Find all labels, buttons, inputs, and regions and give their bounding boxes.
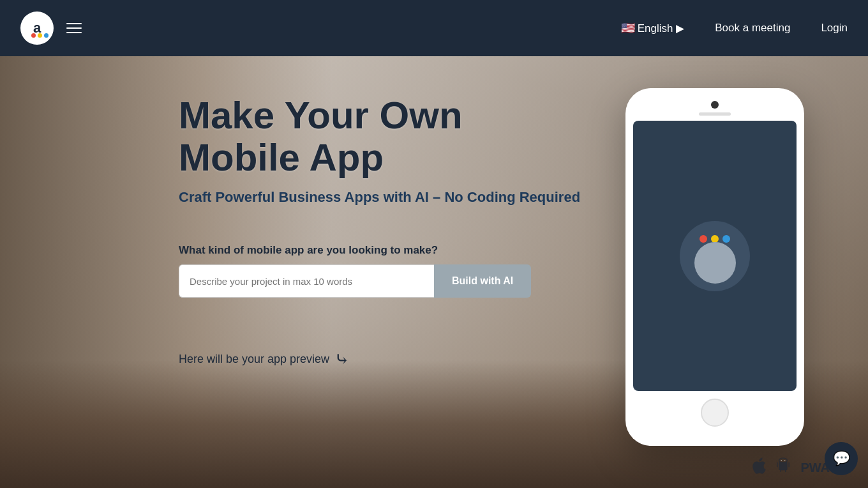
hero-text: Make Your Own Mobile App Craft Powerful … — [0, 95, 625, 370]
phone-camera — [711, 101, 719, 109]
project-description-input[interactable] — [179, 264, 434, 298]
hero-section: Make Your Own Mobile App Craft Powerful … — [0, 0, 868, 488]
dot-yellow — [711, 235, 719, 243]
preview-hint: Here will be your app preview ⤷ — [179, 349, 587, 370]
phone-mockup — [625, 88, 804, 446]
build-with-ai-button[interactable]: Build with AI — [434, 264, 531, 298]
dot-red — [700, 235, 707, 243]
hamburger-line-2 — [66, 27, 82, 29]
hero-subtitle: Craft Powerful Business Apps with AI – N… — [179, 189, 587, 206]
build-form: Build with AI — [179, 264, 587, 298]
app-icon-face — [694, 242, 736, 284]
login-link[interactable]: Login — [821, 22, 848, 34]
language-selector[interactable]: 🇺🇸 English ▶ — [621, 21, 684, 35]
phone-notch — [633, 101, 797, 116]
phone-home-button[interactable] — [701, 399, 729, 427]
hero-content: Make Your Own Mobile App Craft Powerful … — [0, 56, 868, 488]
flag-icon: 🇺🇸 — [621, 21, 635, 35]
chat-icon: 💬 — [833, 450, 850, 467]
phone-preview — [625, 88, 830, 446]
app-icon-dots — [700, 235, 730, 243]
form-label: What kind of mobile app are you looking … — [179, 244, 587, 257]
svg-point-0 — [779, 458, 788, 462]
arrow-icon: ⤷ — [334, 349, 349, 370]
hamburger-menu[interactable] — [66, 23, 82, 33]
apple-icon — [752, 457, 766, 478]
chat-bubble[interactable]: 💬 — [825, 442, 858, 475]
svg-point-1 — [781, 460, 782, 461]
platform-icons: PWA — [752, 457, 830, 478]
phone-speaker — [699, 112, 731, 116]
hamburger-line-3 — [66, 32, 82, 33]
svg-rect-3 — [779, 462, 788, 470]
app-icon — [680, 221, 750, 291]
android-icon — [776, 457, 790, 478]
logo[interactable]: a — [20, 11, 54, 45]
logo-dot-blue — [44, 33, 49, 38]
book-meeting-link[interactable]: Book a meeting — [715, 22, 790, 34]
phone-screen — [633, 121, 797, 391]
nav-links: 🇺🇸 English ▶ Book a meeting Login — [621, 21, 848, 35]
hero-title: Make Your Own Mobile App — [179, 95, 587, 179]
dot-blue — [722, 235, 730, 243]
svg-point-2 — [784, 460, 785, 461]
language-label: English ▶ — [638, 22, 684, 35]
preview-hint-text: Here will be your app preview — [179, 353, 329, 366]
logo-circle: a — [20, 11, 54, 45]
hamburger-line-1 — [66, 23, 82, 24]
navbar: a 🇺🇸 English ▶ Book a meeting Login — [0, 0, 868, 56]
